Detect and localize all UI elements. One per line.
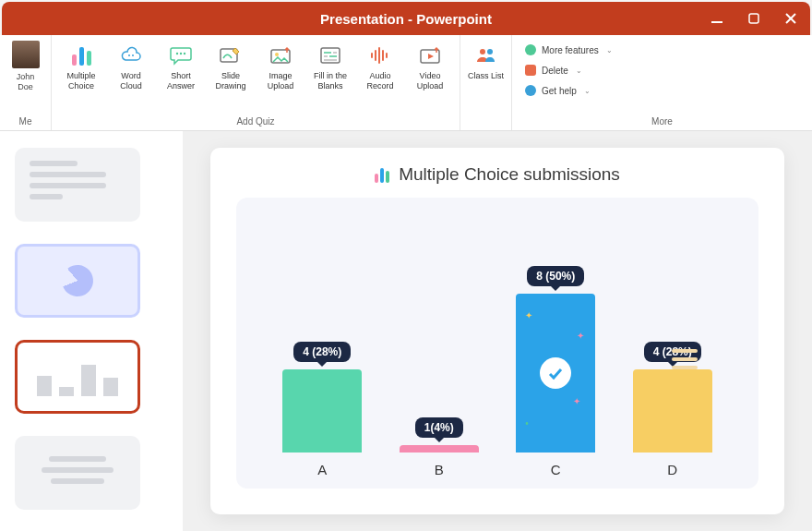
square-green-icon — [525, 44, 536, 55]
chart-bars: 4 (28%) 1(4%) 8 (50%) ✦ ✦ • — [264, 216, 731, 453]
chevron-down-icon: ⌄ — [606, 46, 613, 54]
chart: 4 (28%) 1(4%) 8 (50%) ✦ ✦ • — [236, 198, 758, 489]
thumbnail-slide-4[interactable] — [15, 436, 140, 510]
thumbnail-slide-3[interactable] — [15, 340, 140, 414]
ribbon-group-label-me: Me — [19, 113, 32, 127]
svg-rect-1 — [749, 14, 758, 23]
decorative-lines — [672, 349, 698, 369]
menu-get-help[interactable]: Get help⌄ — [525, 81, 806, 100]
bar-chart-icon — [68, 42, 94, 68]
slide-title: Multiple Choice submissions — [399, 164, 620, 185]
audio-wave-icon — [367, 42, 393, 68]
ribbon-item-class-list[interactable]: Class List — [464, 41, 508, 83]
svg-point-5 — [132, 54, 134, 56]
cat-c: C — [513, 462, 598, 477]
speech-bubble-icon — [168, 42, 194, 68]
ribbon-group-add-quiz: Multiple Choice Word Cloud Short Answer … — [52, 35, 460, 130]
workspace: Multiple Choice submissions 4 (28%) 1(4%… — [0, 131, 812, 531]
ribbon-item-image-upload[interactable]: Image Upload — [257, 41, 304, 93]
trash-icon — [525, 65, 536, 76]
window-controls — [709, 10, 799, 27]
bar-d-rect — [633, 369, 712, 453]
window-title: Presentation - Powerpoint — [320, 11, 492, 27]
bar-b-value: 1(4%) — [415, 417, 463, 438]
drawing-icon — [218, 42, 244, 68]
ribbon-item-video-upload[interactable]: Video Upload — [406, 41, 454, 93]
bar-b: 1(4%) — [397, 417, 482, 453]
video-upload-icon — [417, 42, 443, 68]
menu-more-features[interactable]: More features⌄ — [525, 41, 806, 59]
minimize-button[interactable] — [709, 10, 725, 27]
ribbon: John Doe Me Multiple Choice Word Cloud S… — [0, 35, 812, 131]
svg-point-11 — [275, 53, 279, 56]
chart-category-row: A B C D — [264, 462, 731, 477]
slide-canvas: Multiple Choice submissions 4 (28%) 1(4%… — [183, 131, 812, 531]
pie-icon — [55, 259, 100, 303]
menu-delete[interactable]: Delete⌄ — [525, 61, 806, 79]
svg-point-6 — [176, 53, 178, 54]
bar-c: 8 (50%) ✦ ✦ • ✦ — [513, 266, 598, 453]
cloud-icon — [118, 42, 144, 68]
people-icon — [473, 42, 499, 68]
bar-a-value: 4 (28%) — [293, 342, 351, 362]
titlebar: Presentation - Powerpoint — [2, 2, 810, 35]
ribbon-item-slide-drawing[interactable]: Slide Drawing — [207, 41, 255, 93]
bar-b-rect — [400, 445, 479, 453]
ribbon-group-label-addquiz: Add Quiz — [57, 113, 454, 127]
thumbnail-slide-1[interactable] — [15, 148, 140, 222]
slide: Multiple Choice submissions 4 (28%) 1(4%… — [210, 148, 784, 514]
maximize-button[interactable] — [746, 10, 762, 27]
multiple-choice-icon — [375, 166, 389, 183]
thumbnail-slide-2[interactable] — [15, 244, 140, 318]
image-upload-icon — [268, 42, 293, 68]
slide-thumbnails — [0, 131, 183, 531]
ribbon-group-class: Class List — [460, 35, 512, 130]
close-button[interactable] — [782, 10, 799, 27]
chevron-down-icon: ⌄ — [576, 66, 582, 75]
ribbon-item-fill-blanks[interactable]: Fill in the Blanks — [306, 41, 354, 93]
avatar[interactable] — [12, 41, 40, 68]
bar-a: 4 (28%) — [280, 342, 364, 453]
ribbon-group-label-more: More — [518, 113, 806, 127]
svg-point-4 — [128, 54, 130, 56]
ribbon-item-word-cloud[interactable]: Word Cloud — [107, 41, 155, 93]
cat-a: A — [280, 462, 364, 477]
ribbon-item-short-answer[interactable]: Short Answer — [157, 41, 205, 93]
bar-c-rect: ✦ ✦ • ✦ — [516, 294, 595, 453]
user-name: John Doe — [17, 72, 35, 92]
bar-c-value: 8 (50%) — [527, 266, 584, 286]
svg-marker-24 — [428, 54, 434, 59]
bar-a-rect — [282, 369, 362, 453]
help-icon — [525, 85, 536, 96]
chevron-down-icon: ⌄ — [584, 87, 591, 95]
ribbon-item-audio-record[interactable]: Audio Record — [356, 41, 404, 93]
ribbon-group-more: More features⌄ Delete⌄ Get help⌄ More — [512, 35, 812, 130]
svg-point-26 — [487, 49, 493, 54]
fill-blanks-icon — [317, 42, 343, 68]
ribbon-group-me: John Doe Me — [0, 35, 52, 130]
ribbon-item-multiple-choice[interactable]: Multiple Choice — [57, 41, 105, 93]
svg-point-8 — [184, 53, 185, 54]
checkmark-icon — [540, 357, 571, 389]
cat-d: D — [630, 462, 715, 477]
svg-point-25 — [480, 49, 485, 54]
cat-b: B — [397, 462, 482, 477]
svg-point-7 — [180, 53, 182, 54]
